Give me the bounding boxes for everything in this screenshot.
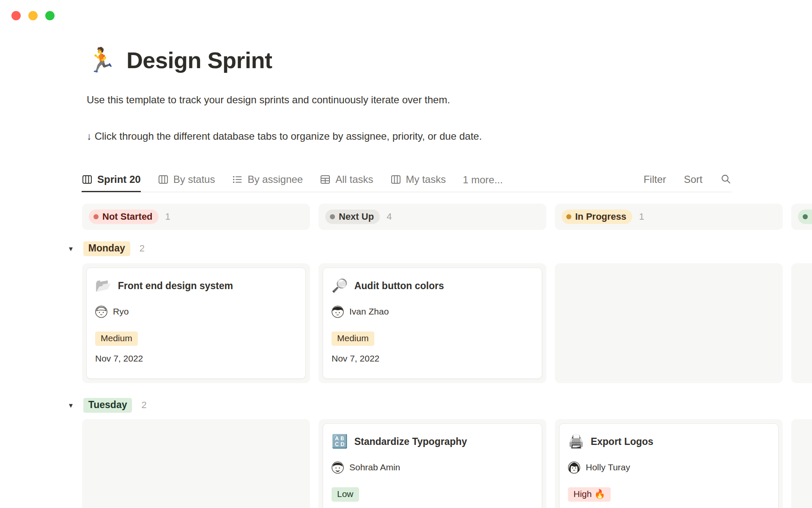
well-tuesday-next-up: 🔠 Standardize Typography Sohrab Amin Low [318, 419, 546, 508]
group-header-monday: ▼ Monday 2 [68, 240, 145, 257]
sort-button[interactable]: Sort [684, 174, 702, 185]
tab-label: Sprint 20 [97, 174, 141, 185]
column-count: 1 [165, 211, 170, 222]
avatar-sohrab-amin [332, 461, 344, 474]
page-hint: ↓ Click through the different database t… [87, 130, 482, 142]
tab-by-status[interactable]: By status [158, 168, 215, 192]
board-status-header-row: Not Started 1 Next Up 4 In Progress 1 [82, 204, 812, 230]
tab-my-tasks[interactable]: My tasks [390, 168, 446, 192]
filter-button[interactable]: Filter [644, 174, 666, 185]
status-label: Not Started [102, 211, 153, 222]
more-views-button[interactable]: 1 more... [463, 168, 503, 192]
window-controls [11, 11, 55, 20]
priority-badge: Medium [95, 331, 138, 346]
tab-label: By assignee [247, 174, 303, 185]
page-icon[interactable]: 🏃 [87, 45, 116, 75]
tab-label: By status [173, 174, 215, 185]
group-pill[interactable]: Monday [83, 241, 130, 256]
well-monday-next-up: 🔎 Audit button colors Ivan Zhao Medium N… [318, 263, 546, 383]
status-pill[interactable]: Next Up [325, 210, 380, 224]
avatar-ryo [95, 306, 107, 318]
abcd-input-icon: 🔠 [332, 434, 348, 449]
column-header-in-progress: In Progress 1 [555, 204, 783, 230]
status-pill[interactable] [798, 210, 812, 224]
status-dot-icon [566, 214, 571, 219]
card-title: Standardize Typography [354, 436, 467, 447]
minimize-button[interactable] [28, 11, 38, 20]
column-count: 4 [387, 211, 392, 222]
card-title: Audit button colors [354, 280, 444, 292]
tab-by-assignee[interactable]: By assignee [232, 168, 303, 192]
card-export-logos[interactable]: 🖨️ Export Logos Holly Turay High 🔥 [559, 423, 779, 508]
status-label: Next Up [339, 211, 374, 222]
column-header-not-started: Not Started 1 [82, 204, 310, 230]
tab-sprint-20[interactable]: Sprint 20 [82, 168, 141, 192]
avatar-holly-turay [568, 461, 580, 474]
page-title: Design Sprint [126, 47, 272, 73]
status-pill[interactable]: In Progress [562, 210, 632, 224]
view-tools: Filter Sort [644, 168, 732, 191]
avatar-ivan-zhao [332, 306, 344, 318]
page-header: 🏃 Design Sprint [87, 45, 272, 75]
group-pill[interactable]: Tuesday [83, 398, 132, 413]
view-tabs: Sprint 20 By status By assignee All task… [82, 168, 446, 192]
due-date: Nov 7, 2022 [95, 353, 297, 364]
card-front-end-design-system[interactable]: 📂 Front end design system Ryo Medium Nov… [86, 268, 306, 379]
priority-badge: Medium [332, 331, 374, 346]
well-monday-in-progress [555, 263, 783, 383]
group-header-tuesday: ▼ Tuesday 2 [68, 396, 147, 414]
column-header-next-up: Next Up 4 [318, 204, 546, 230]
assignee-name: Ivan Zhao [349, 306, 389, 317]
well-tuesday-not-started [82, 419, 310, 508]
list-icon [232, 174, 243, 185]
collapse-toggle-icon[interactable]: ▼ [68, 402, 74, 409]
folder-icon: 📂 [95, 278, 112, 293]
card-standardize-typography[interactable]: 🔠 Standardize Typography Sohrab Amin Low [323, 423, 542, 508]
priority-badge: High 🔥 [568, 487, 611, 502]
status-label: In Progress [575, 211, 626, 222]
group-row-monday: 📂 Front end design system Ryo Medium Nov… [82, 263, 812, 383]
database-tabbar: Sprint 20 By status By assignee All task… [82, 168, 732, 192]
card-audit-button-colors[interactable]: 🔎 Audit button colors Ivan Zhao Medium N… [323, 268, 542, 379]
column-count: 1 [639, 211, 644, 222]
board-icon [82, 174, 93, 185]
status-pill[interactable]: Not Started [89, 210, 159, 224]
card-title: Export Logos [591, 436, 653, 447]
zoom-button[interactable] [45, 11, 55, 20]
printer-icon: 🖨️ [568, 434, 584, 449]
board-icon [390, 174, 401, 185]
column-header-partial [791, 204, 812, 230]
status-dot-icon [330, 214, 335, 219]
tab-label: My tasks [406, 174, 446, 185]
status-dot-icon [93, 214, 99, 219]
group-row-tuesday: 🔠 Standardize Typography Sohrab Amin Low… [82, 419, 812, 508]
well-tuesday-partial [791, 419, 812, 508]
card-title: Front end design system [118, 280, 233, 292]
tab-all-tasks[interactable]: All tasks [320, 168, 373, 192]
group-count: 2 [140, 243, 145, 254]
well-monday-not-started: 📂 Front end design system Ryo Medium Nov… [82, 263, 310, 383]
group-count: 2 [141, 400, 146, 411]
table-icon [320, 174, 331, 185]
page-description: Use this template to track your design s… [87, 94, 450, 106]
assignee-name: Holly Turay [586, 462, 630, 472]
collapse-toggle-icon[interactable]: ▼ [68, 245, 74, 252]
magnifier-icon: 🔎 [332, 278, 348, 293]
due-date: Nov 7, 2022 [332, 353, 533, 364]
tab-label: All tasks [335, 174, 373, 185]
search-icon[interactable] [720, 174, 732, 185]
assignee-name: Ryo [113, 306, 129, 317]
status-dot-icon [803, 214, 808, 219]
well-monday-partial [791, 263, 812, 383]
well-tuesday-in-progress: 🖨️ Export Logos Holly Turay High 🔥 [555, 419, 783, 508]
priority-badge: Low [332, 487, 359, 502]
close-button[interactable] [11, 11, 21, 20]
board-icon [158, 174, 169, 185]
assignee-name: Sohrab Amin [349, 462, 400, 472]
